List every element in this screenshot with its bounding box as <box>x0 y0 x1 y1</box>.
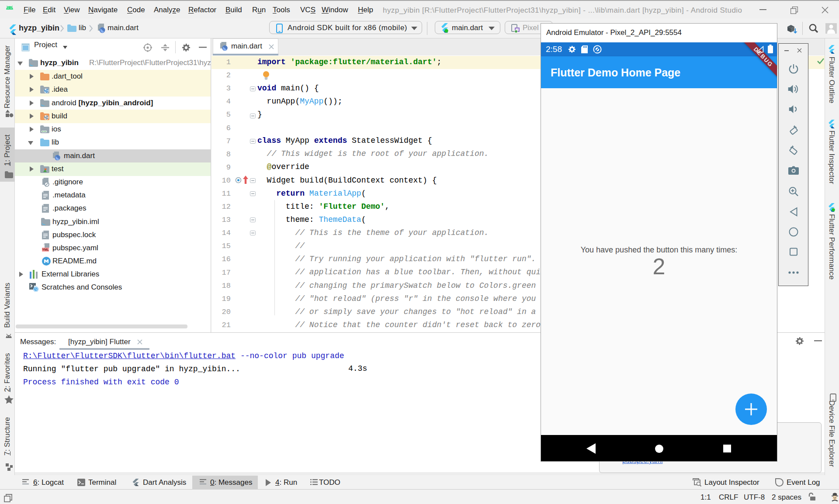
svg-text:YML: YML <box>42 248 49 252</box>
